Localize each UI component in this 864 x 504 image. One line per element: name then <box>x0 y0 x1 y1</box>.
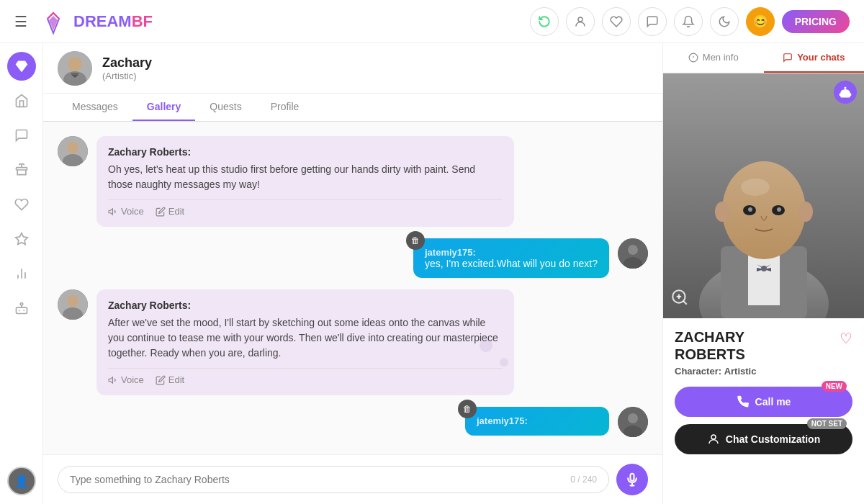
ai-badge <box>834 81 857 104</box>
svg-point-21 <box>628 245 638 255</box>
favorite-button[interactable]: ♡ <box>840 330 852 347</box>
chat-input-wrapper: 0 / 240 <box>58 466 609 493</box>
user-message-row-1: 🗑 jatemiy175: yes, I'm excited.What will… <box>58 238 648 278</box>
bot-avatar-1 <box>58 136 88 166</box>
logo: DREAMBF <box>39 7 153 36</box>
delete-message-btn-2[interactable]: 🗑 <box>458 400 477 418</box>
tab-quests[interactable]: Quests <box>195 94 256 121</box>
nav-left: ☰ DREAMBF <box>14 7 153 36</box>
top-navigation: ☰ DREAMBF <box>0 0 864 43</box>
pricing-button[interactable]: PRICING <box>782 10 850 33</box>
bot-text-1: Oh yes, let's heat up this studio first … <box>108 162 503 192</box>
tab-profile[interactable]: Profile <box>256 94 314 121</box>
svg-line-54 <box>683 301 687 305</box>
bot-bubble-2: Zachary Roberts: After we've set the moo… <box>96 289 514 395</box>
chat-header-avatar <box>58 51 92 86</box>
chat-contact-subtitle: (Artistic) <box>102 71 152 81</box>
user-sender-1: jatemiy175: <box>425 247 598 258</box>
profile-image-container <box>663 73 864 318</box>
edit-action-2[interactable]: Edit <box>156 374 184 385</box>
svg-point-49 <box>748 207 752 212</box>
bot-text-2: After we've set the mood, I'll start by … <box>108 315 503 361</box>
voice-action-2[interactable]: Voice <box>108 374 144 385</box>
svg-point-52 <box>798 202 813 222</box>
profile-name: ZACHARY ROBERTS <box>675 328 852 363</box>
svg-point-0 <box>578 17 582 22</box>
hamburger-icon[interactable]: ☰ <box>14 13 27 30</box>
rp-tab-your-chats[interactable]: Your chats <box>764 43 865 73</box>
profile-portrait <box>663 73 864 318</box>
sidebar-item-diamond[interactable] <box>7 52 36 81</box>
voice-action-1[interactable]: Voice <box>108 206 144 217</box>
user-bubble-wrapper-2: 🗑 jatemiy175: <box>465 407 648 437</box>
profile-info: ♡ ZACHARY ROBERTS Character: Artistic Ca… <box>663 318 864 504</box>
sidebar-item-chat[interactable] <box>7 121 36 150</box>
message-row-2: Zachary Roberts: After we've set the moo… <box>58 289 648 395</box>
sidebar-item-user-avatar[interactable]: 👤 <box>7 467 36 495</box>
delete-message-btn-1[interactable]: 🗑 <box>406 231 425 250</box>
emoji-button[interactable]: 😊 <box>746 7 775 36</box>
svg-marker-26 <box>109 377 112 382</box>
svg-rect-6 <box>16 307 27 313</box>
bot-sender-2: Zachary Roberts: <box>108 300 503 311</box>
sidebar-item-favorites[interactable] <box>7 190 36 219</box>
chat-area: Zachary (Artistic) Messages Gallery Ques… <box>43 43 662 504</box>
svg-rect-14 <box>71 73 78 75</box>
refresh-button[interactable] <box>530 7 559 36</box>
notifications-button[interactable] <box>674 7 703 36</box>
svg-marker-19 <box>109 208 112 214</box>
messages-container: Zachary Roberts: Oh yes, let's heat up t… <box>43 122 662 454</box>
zachary-avatar-header <box>58 51 92 86</box>
new-badge: NEW <box>822 381 847 392</box>
profile-character: Character: Artistic <box>675 366 852 377</box>
chat-header: Zachary (Artistic) <box>43 43 662 94</box>
customize-button[interactable]: Chat Customization NOT SET <box>675 424 852 454</box>
nav-right: 😊 PRICING <box>530 7 850 36</box>
bubble-actions-1: Voice Edit <box>108 199 503 217</box>
user-bubble-wrapper-1: 🗑 jatemiy175: yes, I'm excited.What will… <box>413 238 648 278</box>
svg-point-28 <box>628 413 638 423</box>
bot-avatar-2 <box>58 289 88 320</box>
dark-mode-button[interactable] <box>710 7 739 36</box>
edit-action-1[interactable]: Edit <box>156 206 184 217</box>
mic-button[interactable] <box>616 464 648 495</box>
svg-point-43 <box>761 266 767 271</box>
chat-input-field[interactable] <box>70 474 564 485</box>
user-bubble-2: 🗑 jatemiy175: <box>465 407 609 436</box>
svg-point-57 <box>711 435 716 439</box>
user-avatar-2 <box>618 407 648 437</box>
svg-marker-2 <box>15 233 27 245</box>
sidebar-item-home[interactable] <box>7 86 36 115</box>
bubble-actions-2: Voice Edit <box>108 368 503 385</box>
chat-contact-name: Zachary <box>102 55 152 71</box>
user-message-row-2: 🗑 jatemiy175: <box>58 407 648 437</box>
user-avatar-1 <box>618 238 648 269</box>
logo-text: DREAMBF <box>73 12 153 31</box>
sidebar-item-gifts[interactable] <box>7 156 36 184</box>
profile-button[interactable] <box>566 7 595 36</box>
message-row: Zachary Roberts: Oh yes, let's heat up t… <box>58 136 648 227</box>
zoom-icon[interactable] <box>670 288 689 311</box>
rp-tab-men-info[interactable]: Men info <box>663 43 764 73</box>
sidebar-item-robot[interactable] <box>7 294 36 323</box>
call-button[interactable]: Call me NEW <box>675 387 852 417</box>
svg-point-7 <box>20 303 22 305</box>
tab-gallery[interactable]: Gallery <box>132 94 195 121</box>
svg-rect-1 <box>16 168 27 170</box>
chat-header-info: Zachary (Artistic) <box>102 55 152 81</box>
svg-point-50 <box>777 207 781 212</box>
left-sidebar: 👤 <box>0 43 43 504</box>
char-counter: 0 / 240 <box>570 474 597 485</box>
sidebar-item-analytics[interactable] <box>7 259 36 288</box>
profile-actions: Call me NEW Chat Customization NOT SET <box>675 387 852 454</box>
chat-input-bar: 0 / 240 <box>43 454 662 504</box>
heart-nav-button[interactable] <box>602 7 631 36</box>
messages-nav-button[interactable] <box>638 7 667 36</box>
chat-tabs: Messages Gallery Quests Profile <box>43 94 662 122</box>
tab-messages[interactable]: Messages <box>58 94 132 121</box>
svg-point-45 <box>722 161 806 259</box>
user-text-1: yes, I'm excited.What will you do next? <box>425 258 598 269</box>
bot-sender-1: Zachary Roberts: <box>108 146 503 158</box>
not-set-badge: NOT SET <box>807 418 847 429</box>
sidebar-item-star[interactable] <box>7 225 36 253</box>
